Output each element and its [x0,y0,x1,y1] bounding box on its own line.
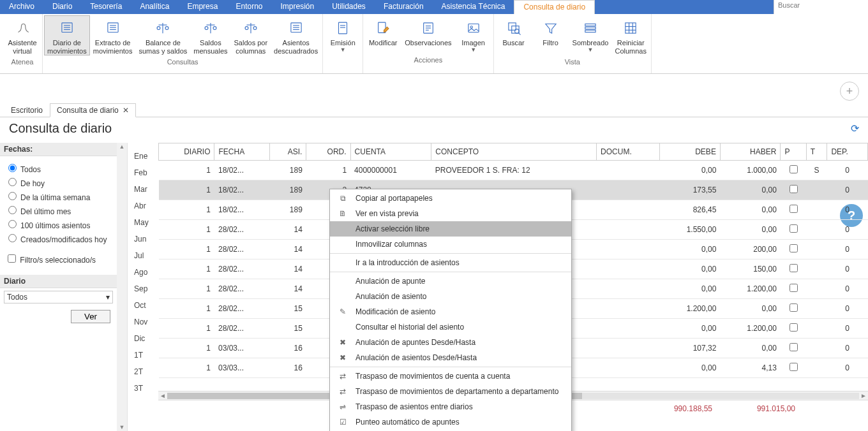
month-item-3t[interactable]: 3T [128,380,158,397]
radio-input[interactable] [8,164,17,172]
menu-item-punteo-autom-tico-de-apuntes[interactable]: ☑Punteo automático de apuntes [330,414,571,430]
punteo-checkbox[interactable] [789,264,798,272]
punteo-checkbox[interactable] [789,323,798,332]
ribbon-btn-asistente-virtual[interactable]: Asistentevirtual [4,15,41,55]
menu-tab-empresa[interactable]: Empresa [178,0,227,14]
month-item-jul[interactable]: Jul [128,247,158,264]
menu-item-traspaso-de-movimientos-de-departamento-[interactable]: ⇄Traspaso de movimientos de departamento… [330,384,571,399]
ribbon-btn-observaciones-[interactable]: Observaciones [401,15,454,54]
ribbon-btn-emisi-n-[interactable]: Emisión▼ [324,15,361,54]
month-item-nov[interactable]: Nov [128,314,158,330]
month-item-may[interactable]: May [128,214,158,231]
punteo-checkbox[interactable] [789,303,798,312]
punteo-checkbox[interactable] [789,284,798,292]
month-item-ene[interactable]: Ene [128,148,158,164]
date-radio-option[interactable]: De hoy [5,176,113,188]
col-header-cuenta[interactable]: CUENTA [350,143,431,161]
ribbon-btn-filtro-[interactable]: Filtro [532,15,569,55]
ribbon-btn-balance-de-sumas-y-saldos[interactable]: Balance desumas y saldos [136,15,191,55]
menu-tab-facturaci-n[interactable]: Facturación [375,0,433,14]
col-header-fecha[interactable]: FECHA [214,143,269,161]
menu-item-inmovilizar-columnas[interactable]: Inmovilizar columnas [330,237,571,252]
radio-input[interactable] [8,234,17,242]
diario-select[interactable]: Todos ▾ [4,291,113,303]
date-radio-option[interactable]: Creados/modificados hoy [5,232,113,244]
ribbon-btn-diario-de-movimientos[interactable]: Diario demovimientos [44,15,90,55]
menu-item-traspaso-de-movimientos-de-cuenta-a-cuen[interactable]: ⇄Traspaso de movimientos de cuenta a cue… [330,369,571,384]
month-item-abr[interactable]: Abr [128,198,158,214]
menu-item-ver-en-vista-previa[interactable]: 🗎Ver en vista previa [330,206,571,221]
month-item-oct[interactable]: Oct [128,297,158,314]
month-item-ago[interactable]: Ago [128,264,158,281]
punteo-checkbox[interactable] [789,185,798,193]
month-item-jun[interactable]: Jun [128,231,158,247]
menu-item-traspaso-de-asientos-entre-diarios[interactable]: ⇌Traspaso de asientos entre diarios [330,399,571,414]
ribbon-btn-imagen-[interactable]: Imagen▼ [455,15,492,54]
date-radio-option[interactable]: Del último mes [5,204,113,216]
punteo-checkbox[interactable] [789,363,798,371]
menu-item-modificaci-n-de-asiento[interactable]: ✎Modificación de asiento [330,304,571,319]
radio-input[interactable] [8,206,17,214]
punteo-checkbox[interactable] [789,205,798,213]
menu-tab-anal-tica[interactable]: Analítica [131,0,178,14]
menu-tab-utilidades[interactable]: Utilidades [323,0,375,14]
global-search-input[interactable]: Buscar [774,0,868,14]
ribbon-btn-modificar-[interactable]: Modificar [364,15,401,54]
ribbon-btn-sombreado-[interactable]: Sombreado▼ [569,15,612,55]
menu-tab-impresi-n[interactable]: Impresión [271,0,323,14]
col-header-docum[interactable]: DOCUM. [597,143,660,161]
menu-item-anulaci-n-de-apunte[interactable]: Anulación de apunte [330,274,571,289]
menu-tab-entorno[interactable]: Entorno [227,0,271,14]
filtro-seleccionado-checkbox[interactable] [8,254,16,263]
menu-item-anulaci-n-de-asientos-desde-hasta[interactable]: ✖Anulación de asientos Desde/Hasta [330,350,571,365]
ribbon-btn-reiniciar-columnas[interactable]: ReiniciarColumnas [611,15,650,55]
radio-input[interactable] [8,178,17,186]
ribbon-btn-saldos-mensuales[interactable]: Saldosmensuales [190,15,230,55]
menu-item-ir-a-la-introducci-n-de-asientos[interactable]: Ir a la introducción de asientos [330,255,571,270]
doc-tab-escritorio[interactable]: Escritorio [4,103,50,117]
menu-tab-asistencia-t-cnica[interactable]: Asistencia Técnica [433,0,514,14]
menu-tab-consulta-de-diario[interactable]: Consulta de diario [514,0,595,14]
col-header-asi[interactable]: ASI. [269,143,306,161]
month-item-1t[interactable]: 1T [128,347,158,363]
col-header-t[interactable]: T [806,143,827,161]
add-button[interactable]: + [840,82,859,101]
ribbon-btn-saldos-por-columnas[interactable]: Saldos porcolumnas [231,15,271,55]
menu-item-copiar-al-portapapeles[interactable]: ⧉Copiar al portapapeles [330,191,571,206]
date-radio-option[interactable]: 100 últimos asientos [5,218,113,230]
col-header-dep[interactable]: DEP. [827,143,868,161]
ribbon-btn-asientos-descuadrados[interactable]: Asientosdescuadrados [271,15,321,55]
punteo-checkbox[interactable] [789,244,798,252]
doc-tab-consulta-de-diario[interactable]: Consulta de diario✕ [50,103,136,117]
date-radio-option[interactable]: Todos [5,162,113,174]
table-row[interactable]: 118/02...18914000000001PROVEEDOR 1 S. FR… [159,161,868,180]
punteo-checkbox[interactable] [789,165,798,173]
menu-item-activar-selecci-n-libre[interactable]: Activar selección libre [330,221,571,237]
radio-input[interactable] [8,192,17,200]
menu-tab-diario[interactable]: Diario [43,0,81,14]
menu-item-anulaci-n-de-apuntes-desde-hasta[interactable]: ✖Anulación de apuntes Desde/Hasta [330,335,571,350]
close-icon[interactable]: ✕ [123,106,129,115]
col-header-ord[interactable]: ORD. [306,143,350,161]
menu-tab-tesorer-a[interactable]: Tesorería [81,0,131,14]
radio-input[interactable] [8,220,17,228]
menu-item-anulaci-n-de-asiento[interactable]: Anulación de asiento [330,289,571,304]
menu-item-consultar-el-historial-del-asiento[interactable]: Consultar el historial del asiento [330,319,571,335]
col-header-diario[interactable]: DIARIO [159,143,214,161]
ribbon-btn-extracto-de-movimientos[interactable]: Extracto demovimientos [90,15,136,55]
sidebar-scrollbar[interactable]: ▲▼ [117,143,127,431]
month-item-dic[interactable]: Dic [128,330,158,347]
month-item-feb[interactable]: Feb [128,164,158,181]
col-header-concepto[interactable]: CONCEPTO [431,143,597,161]
punteo-checkbox[interactable] [789,224,798,233]
col-header-haber[interactable]: HABER [720,143,781,161]
ver-button[interactable]: Ver [71,310,110,323]
refresh-icon[interactable]: ⟳ [851,122,859,135]
menu-tab-archivo[interactable]: Archivo [0,0,43,14]
month-item-sep[interactable]: Sep [128,281,158,297]
month-item-2t[interactable]: 2T [128,363,158,380]
col-header-debe[interactable]: DEBE [660,143,721,161]
col-header-p[interactable]: P [781,143,806,161]
month-item-mar[interactable]: Mar [128,181,158,198]
punteo-checkbox[interactable] [789,343,798,351]
